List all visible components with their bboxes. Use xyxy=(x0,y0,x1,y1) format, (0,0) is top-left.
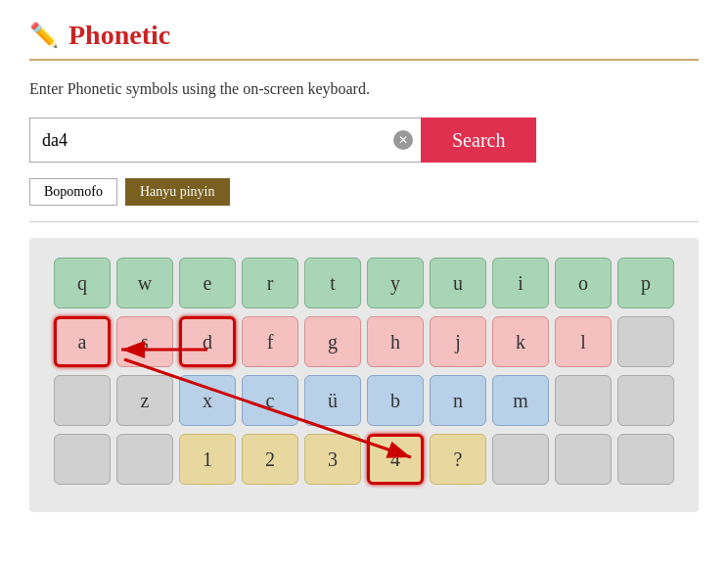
key-g[interactable]: g xyxy=(304,316,361,367)
clear-button[interactable]: ✕ xyxy=(393,130,413,150)
key-row-1: q w e r t y u i o p xyxy=(39,258,689,308)
subtitle: Enter Phonetic symbols using the on-scre… xyxy=(29,80,699,98)
key-y[interactable]: y xyxy=(367,258,424,308)
key-k[interactable]: k xyxy=(492,316,549,367)
key-empty-4b[interactable] xyxy=(116,434,173,485)
key-d[interactable]: d xyxy=(179,316,236,367)
key-q[interactable]: q xyxy=(54,258,111,308)
tab-hanyu-pinyin[interactable]: Hanyu pinyin xyxy=(125,178,230,206)
key-empty-3a[interactable] xyxy=(54,375,111,426)
key-b[interactable]: b xyxy=(367,375,424,426)
key-1[interactable]: 1 xyxy=(179,434,236,485)
title-bar: ✏️ Phonetic xyxy=(29,20,699,61)
key-p[interactable]: p xyxy=(617,258,674,308)
key-2[interactable]: 2 xyxy=(242,434,298,485)
keyboard-wrapper: q w e r t y u i o p a s d f g h j k xyxy=(39,258,689,493)
key-s[interactable]: s xyxy=(116,316,173,367)
key-empty-3c[interactable] xyxy=(617,375,674,426)
divider xyxy=(29,221,699,222)
key-f[interactable]: f xyxy=(242,316,298,367)
search-input[interactable] xyxy=(29,118,421,163)
key-t[interactable]: t xyxy=(304,258,361,308)
key-row-3: z x c ü b n m xyxy=(39,375,689,426)
key-row-4: 1 2 3 4 ? xyxy=(39,434,689,485)
key-i[interactable]: i xyxy=(492,258,549,308)
key-w[interactable]: w xyxy=(116,258,173,308)
key-u[interactable]: u xyxy=(430,258,486,308)
key-h[interactable]: h xyxy=(367,316,424,367)
key-c[interactable]: c xyxy=(242,375,298,426)
key-empty-4c[interactable] xyxy=(492,434,549,485)
key-o[interactable]: o xyxy=(555,258,612,308)
key-row-2: a s d f g h j k l xyxy=(39,316,689,367)
key-a[interactable]: a xyxy=(54,316,111,367)
key-empty-4a[interactable] xyxy=(54,434,111,485)
tab-bopomofo[interactable]: Bopomofo xyxy=(29,178,117,206)
key-r[interactable]: r xyxy=(242,258,298,308)
key-empty-4e[interactable] xyxy=(617,434,674,485)
pencil-icon: ✏️ xyxy=(29,22,59,49)
key-x[interactable]: x xyxy=(179,375,236,426)
key-empty-2[interactable] xyxy=(617,316,674,367)
key-empty-4d[interactable] xyxy=(555,434,612,485)
key-4[interactable]: 4 xyxy=(367,434,424,485)
search-input-wrapper: ✕ xyxy=(29,118,421,163)
keyboard-area: q w e r t y u i o p a s d f g h j k xyxy=(29,238,699,512)
key-n[interactable]: n xyxy=(430,375,486,426)
tab-row: Bopomofo Hanyu pinyin xyxy=(29,178,699,206)
key-empty-3b[interactable] xyxy=(555,375,612,426)
key-j[interactable]: j xyxy=(430,316,486,367)
key-m[interactable]: m xyxy=(492,375,549,426)
key-z[interactable]: z xyxy=(116,375,173,426)
key-question[interactable]: ? xyxy=(430,434,486,485)
key-e[interactable]: e xyxy=(179,258,236,308)
page-title: Phonetic xyxy=(68,20,170,51)
search-button[interactable]: Search xyxy=(421,118,536,163)
key-l[interactable]: l xyxy=(555,316,612,367)
search-row: ✕ Search xyxy=(29,118,699,163)
key-3[interactable]: 3 xyxy=(304,434,361,485)
key-u-umlaut[interactable]: ü xyxy=(304,375,361,426)
